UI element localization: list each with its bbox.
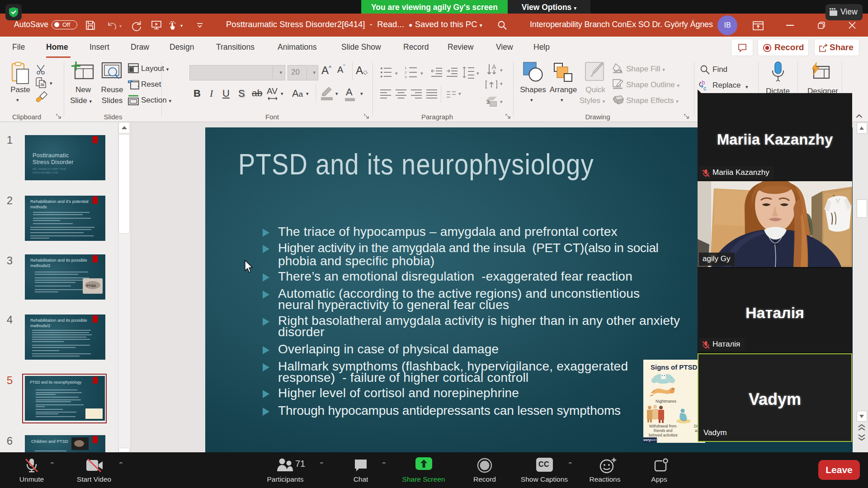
svg-text:3: 3: [405, 75, 407, 79]
svg-text:Signs of PTSD: Signs of PTSD: [651, 363, 698, 371]
svg-text:A: A: [492, 64, 496, 70]
svg-text:2: 2: [405, 70, 407, 75]
svg-text:c: c: [703, 85, 707, 91]
svg-text:Withdrawal from: Withdrawal from: [649, 424, 677, 428]
svg-text:1: 1: [405, 66, 407, 70]
svg-text:beloved activities: beloved activities: [649, 433, 678, 437]
svg-text:friends and: friends and: [654, 428, 673, 433]
svg-text:Nightmares: Nightmares: [656, 399, 677, 404]
